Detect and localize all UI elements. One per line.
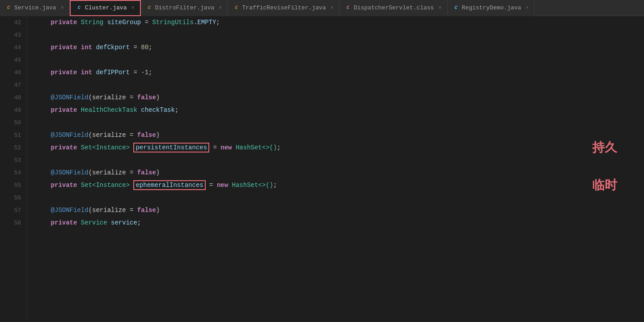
tab-distro-filter[interactable]: C DistroFilter.java × [141, 0, 228, 16]
code-line: @JSONField(serialize = false) [36, 91, 644, 104]
token [77, 144, 80, 151]
token: (serialize = [89, 131, 137, 139]
token [36, 219, 51, 226]
token: Set<Instance> [81, 182, 134, 189]
line-number: 43 [0, 29, 21, 41]
code-line [36, 191, 644, 204]
token: ) [156, 169, 160, 176]
token: defIPPort [96, 69, 130, 76]
token: private [51, 219, 77, 226]
token: . [194, 19, 197, 26]
tab-close-icon[interactable]: × [61, 5, 64, 11]
code-line: @JSONField(serialize = false) [36, 166, 644, 179]
token: false [137, 131, 156, 139]
code-line: @JSONField(serialize = false) [36, 129, 644, 141]
line-number: 51 [0, 129, 21, 141]
tab-label: DispatcherServlet.class [354, 4, 434, 11]
code-line: @JSONField(serialize = false) [36, 204, 644, 216]
tab-label: Cluster.java [85, 4, 127, 11]
line-number: 47 [0, 79, 21, 91]
java-icon: C [76, 5, 82, 11]
token [36, 131, 51, 139]
line-number: 50 [0, 116, 21, 129]
token: new [220, 144, 232, 151]
token: int [81, 69, 92, 76]
token: int [81, 44, 92, 51]
token [36, 144, 51, 151]
token: 80 [141, 44, 148, 51]
highlighted-field: ephemeralInstances [133, 180, 205, 190]
java-icon: C [146, 5, 153, 11]
tab-registry-demo[interactable]: C RegistryDemo.java × [448, 0, 535, 16]
code-line [36, 29, 644, 41]
code-line: private HealthCheckTask checkTask; [36, 104, 644, 116]
token [36, 69, 51, 76]
java-icon: C [453, 5, 459, 11]
token: (serialize = [89, 169, 137, 176]
line-number: 56 [0, 191, 21, 204]
token: Service [81, 219, 107, 226]
line-number: 53 [0, 154, 21, 166]
editor-area: 4243444546474849505152535455565758 priva… [0, 16, 644, 322]
token: HashSet<>() [232, 182, 273, 189]
token [77, 19, 80, 26]
tab-close-icon[interactable]: × [438, 5, 441, 11]
tab-label: TrafficReviseFilter.java [242, 4, 326, 11]
tab-dispatcher-servlet[interactable]: C DispatcherServlet.class × [339, 0, 448, 16]
token: false [137, 94, 156, 101]
token: ; [277, 144, 280, 151]
token: siteGroup [107, 19, 141, 26]
code-line: private int defIPPort = -1; [36, 66, 644, 79]
token [36, 19, 51, 26]
token: service [111, 219, 137, 226]
token: ) [156, 131, 160, 139]
token: HashSet<>() [236, 144, 277, 151]
code-line [36, 154, 644, 166]
token [103, 19, 107, 26]
tab-cluster-java[interactable]: C Cluster.java × [70, 0, 141, 16]
tab-label: Service.java [14, 4, 56, 11]
code-area[interactable]: private String siteGroup = StringUtils.E… [27, 16, 644, 322]
token: false [137, 207, 156, 214]
token: ; [175, 106, 178, 114]
line-number: 54 [0, 166, 21, 179]
token [77, 182, 80, 189]
line-number: 49 [0, 104, 21, 116]
token: = [141, 19, 152, 26]
tab-label: RegistryDemo.java [462, 4, 521, 11]
token [36, 169, 51, 176]
tab-close-icon[interactable]: × [131, 5, 134, 11]
token [77, 219, 80, 226]
tab-close-icon[interactable]: × [330, 5, 334, 11]
token: ; [273, 182, 277, 189]
line-number: 55 [0, 179, 21, 191]
token [77, 106, 80, 114]
token [92, 44, 96, 51]
tab-service-java[interactable]: C Service.java × [0, 0, 70, 16]
tab-bar: C Service.java × C Cluster.java × C Dist… [0, 0, 644, 16]
token: ) [156, 94, 160, 101]
token [36, 106, 51, 114]
token: ; [148, 44, 152, 51]
code-line [36, 54, 644, 66]
line-number: 58 [0, 216, 21, 229]
token: Set<Instance> [81, 144, 134, 151]
code-line: private int defCkport = 80; [36, 41, 644, 54]
token [36, 182, 51, 189]
line-number: 42 [0, 16, 21, 29]
token: private [51, 182, 77, 189]
highlighted-field: persistentInstances [133, 143, 209, 153]
code-line: private Service service; [36, 216, 644, 229]
token [107, 219, 111, 226]
token: private [51, 19, 77, 26]
tab-close-icon[interactable]: × [219, 5, 222, 11]
token: String [81, 19, 103, 26]
token: @JSONField [51, 207, 89, 214]
token: private [51, 106, 77, 114]
tab-close-icon[interactable]: × [525, 5, 529, 11]
line-number-gutter: 4243444546474849505152535455565758 [0, 16, 27, 322]
token: @JSONField [51, 169, 89, 176]
token: checkTask [141, 106, 175, 114]
token: false [137, 169, 156, 176]
tab-traffic-filter[interactable]: C TrafficReviseFilter.java × [228, 0, 339, 16]
